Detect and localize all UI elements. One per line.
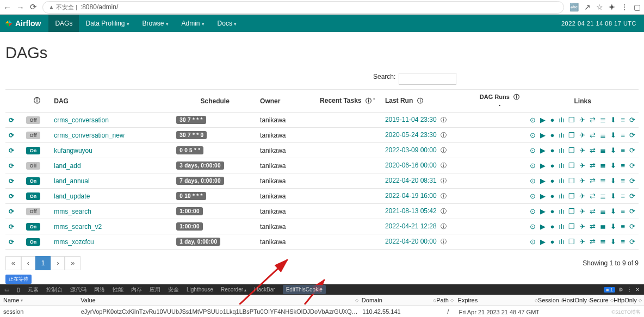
page-1[interactable]: 1 [35, 256, 51, 270]
link-action-4[interactable]: ❐ [568, 222, 575, 231]
link-action-9[interactable]: ≡ [621, 192, 625, 200]
refresh-icon[interactable]: ⟳ [9, 162, 14, 170]
link-action-9[interactable]: ≡ [621, 177, 625, 185]
page-‹[interactable]: ‹ [21, 256, 35, 270]
brand-logo[interactable]: Airflow [4, 19, 48, 28]
link-action-9[interactable]: ≡ [621, 222, 625, 231]
refresh-icon[interactable]: ⟳ [9, 132, 14, 139]
col-last-run[interactable]: Last Run ⓘ [382, 90, 473, 113]
link-action-8[interactable]: ⬇ [610, 177, 616, 185]
link-action-10[interactable]: ⟳ [629, 177, 635, 185]
link-action-8[interactable]: ⬇ [610, 238, 616, 246]
dag-toggle[interactable]: On [26, 147, 40, 154]
dag-toggle[interactable]: On [26, 238, 40, 246]
link-action-6[interactable]: ⇄ [590, 238, 596, 246]
link-action-8[interactable]: ⬇ [610, 222, 616, 231]
link-action-4[interactable]: ❐ [568, 177, 575, 185]
link-action-5[interactable]: ✈ [579, 146, 585, 154]
dag-toggle[interactable]: Off [26, 162, 40, 170]
dag-toggle[interactable]: Off [26, 208, 40, 215]
link-action-8[interactable]: ⬇ [610, 146, 616, 154]
nav-admin[interactable]: Admin [175, 15, 211, 32]
last-run-link[interactable]: 2022-03-09 00:00 [385, 146, 437, 154]
link-action-2[interactable]: ● [550, 222, 554, 231]
dag-toggle[interactable]: On [26, 177, 40, 185]
info-icon[interactable]: ⓘ [441, 177, 447, 184]
link-action-3[interactable]: ılı [559, 161, 564, 170]
link-action-5[interactable]: ✈ [579, 222, 585, 231]
devtools-settings-icon[interactable]: ⚙ [618, 287, 623, 293]
link-action-9[interactable]: ≡ [621, 116, 625, 124]
link-action-2[interactable]: ● [550, 146, 554, 154]
last-run-link[interactable]: 2021-08-13 05:42 [385, 207, 437, 215]
last-run-link[interactable]: 2020-06-16 00:00 [385, 161, 437, 169]
page-›[interactable]: › [51, 256, 65, 270]
last-run-link[interactable]: 2022-04-20 08:31 [385, 177, 437, 184]
dag-toggle[interactable]: On [26, 192, 40, 200]
link-action-10[interactable]: ⟳ [629, 207, 635, 215]
link-action-8[interactable]: ⬇ [610, 192, 616, 200]
link-action-7[interactable]: ≣ [600, 207, 606, 215]
search-input[interactable] [399, 73, 456, 85]
link-action-3[interactable]: ılı [559, 116, 564, 124]
refresh-icon[interactable]: ⟳ [9, 147, 14, 154]
share-icon[interactable]: ↗ [584, 3, 591, 11]
devtools-tab-性能[interactable]: 性能 [113, 286, 123, 294]
last-run-link[interactable]: 2022-04-21 12:28 [385, 222, 437, 230]
link-action-0[interactable]: ⊙ [530, 192, 536, 200]
link-action-0[interactable]: ⊙ [530, 238, 536, 246]
devtools-tab-lighthouse[interactable]: Lighthouse [187, 287, 213, 293]
info-icon[interactable]: ⓘ [441, 192, 447, 199]
back-button[interactable]: ← [3, 3, 11, 12]
address-bar[interactable]: ▲ 不安全 | :8080/admin/ [42, 1, 564, 14]
translate-icon[interactable]: 🔤 [569, 3, 579, 11]
dag-link[interactable]: land_update [54, 192, 90, 200]
last-run-link[interactable]: 2019-11-04 23:30 [385, 116, 437, 123]
refresh-icon[interactable]: ⟳ [9, 192, 14, 200]
link-action-2[interactable]: ● [550, 131, 554, 139]
devtools-tab-安全[interactable]: 安全 [168, 286, 179, 294]
link-action-5[interactable]: ✈ [579, 116, 585, 124]
link-action-3[interactable]: ılı [559, 131, 564, 139]
col-dag[interactable]: DAG [51, 90, 173, 113]
star-icon[interactable]: ☆ [596, 3, 603, 11]
link-action-1[interactable]: ▶ [540, 222, 546, 231]
link-action-0[interactable]: ⊙ [530, 161, 536, 170]
info-icon[interactable]: ⓘ [441, 238, 447, 245]
link-action-9[interactable]: ≡ [621, 161, 625, 170]
schedule-badge[interactable]: 3 days, 0:00:00 [176, 161, 224, 170]
link-action-10[interactable]: ⟳ [629, 161, 635, 170]
dag-toggle[interactable]: Off [26, 132, 40, 139]
link-action-3[interactable]: ılı [559, 222, 564, 231]
link-action-3[interactable]: ılı [559, 177, 564, 185]
link-action-2[interactable]: ● [550, 177, 554, 185]
link-action-1[interactable]: ▶ [540, 116, 546, 124]
link-action-5[interactable]: ✈ [579, 131, 585, 139]
link-action-6[interactable]: ⇄ [590, 161, 596, 170]
link-action-0[interactable]: ⊙ [530, 222, 536, 231]
dag-link[interactable]: crms_conversation_new [54, 132, 124, 139]
col-owner[interactable]: Owner [257, 90, 313, 113]
info-icon[interactable]: ⓘ [441, 162, 447, 169]
link-action-2[interactable]: ● [550, 161, 554, 170]
link-action-10[interactable]: ⟳ [629, 192, 635, 200]
link-action-7[interactable]: ≣ [600, 222, 606, 231]
refresh-icon[interactable]: ⟳ [9, 177, 14, 185]
menu-dots-icon[interactable]: ⋮ [621, 3, 628, 11]
devtools-tab-网络[interactable]: 网络 [94, 286, 105, 294]
info-icon[interactable]: ⓘ [441, 116, 447, 123]
schedule-badge[interactable]: 1 day, 0:00:00 [176, 238, 220, 246]
refresh-icon[interactable]: ⟳ [9, 223, 14, 231]
link-action-4[interactable]: ❐ [568, 207, 575, 215]
link-action-7[interactable]: ≣ [600, 161, 606, 170]
link-action-3[interactable]: ılı [559, 192, 564, 200]
link-action-2[interactable]: ● [550, 238, 554, 246]
link-action-8[interactable]: ⬇ [610, 131, 616, 139]
link-action-6[interactable]: ⇄ [590, 131, 596, 139]
schedule-badge[interactable]: 30 7 * * 0 [176, 131, 207, 139]
cookie-row[interactable]: session eJyrVopPK0otzCxKilnTzvRu10VUUbJS… [0, 306, 644, 317]
link-action-6[interactable]: ⇄ [590, 222, 596, 231]
link-action-6[interactable]: ⇄ [590, 192, 596, 200]
last-run-link[interactable]: 2022-04-20 00:00 [385, 238, 437, 245]
info-icon[interactable]: ⓘ [441, 208, 447, 214]
